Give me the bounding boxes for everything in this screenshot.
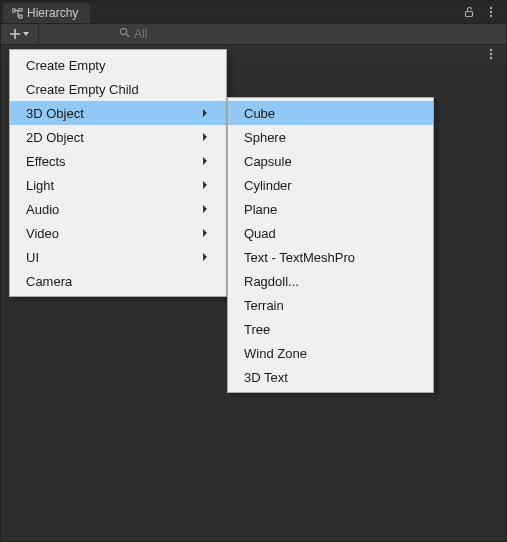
menu-item-label: Create Empty [26,58,105,73]
menu-item[interactable]: Capsule [228,149,433,173]
menu-item-label: Create Empty Child [26,82,139,97]
menu-item[interactable]: Ragdoll... [228,269,433,293]
tab-hierarchy[interactable]: Hierarchy [3,3,90,23]
tab-bar: Hierarchy [1,1,506,23]
menu-item-label: Tree [244,322,270,337]
menu-item-label: Video [26,226,59,241]
menu-item-label: Capsule [244,154,292,169]
tab-actions [462,1,506,23]
chevron-right-icon [202,180,208,190]
menu-item[interactable]: Quad [228,221,433,245]
menu-item[interactable]: UI [10,245,226,269]
menu-item-label: 3D Text [244,370,288,385]
menu-item[interactable]: Video [10,221,226,245]
menu-item[interactable]: Cylinder [228,173,433,197]
menu-item[interactable]: Text - TextMeshPro [228,245,433,269]
menu-item-label: Audio [26,202,59,217]
menu-item-label: Terrain [244,298,284,313]
svg-rect-0 [12,9,15,12]
menu-item-label: Cylinder [244,178,292,193]
svg-point-9 [490,53,492,55]
menu-item-label: Ragdoll... [244,274,299,289]
menu-item-label: 3D Object [26,106,84,121]
menu-item-label: Sphere [244,130,286,145]
chevron-right-icon [202,204,208,214]
menu-item-label: Quad [244,226,276,241]
create-dropdown[interactable] [1,23,39,45]
scene-menu-icon[interactable] [484,47,498,61]
menu-item[interactable]: Tree [228,317,433,341]
svg-point-8 [490,49,492,51]
svg-rect-2 [19,15,22,18]
create-context-menu: Create EmptyCreate Empty Child3D Object2… [9,49,227,297]
menu-item[interactable]: Cube [228,101,433,125]
chevron-right-icon [202,252,208,262]
toolbar [1,23,506,45]
svg-point-7 [120,28,126,34]
menu-item[interactable]: Create Empty [10,53,226,77]
lock-icon[interactable] [462,5,476,19]
menu-item-label: Camera [26,274,72,289]
chevron-right-icon [202,156,208,166]
menu-item-label: UI [26,250,39,265]
menu-item[interactable]: Create Empty Child [10,77,226,101]
svg-rect-1 [19,8,22,11]
menu-item[interactable]: Plane [228,197,433,221]
menu-item[interactable]: 3D Object [10,101,226,125]
tab-label: Hierarchy [27,6,78,20]
menu-item[interactable]: 3D Text [228,365,433,389]
menu-item[interactable]: Camera [10,269,226,293]
menu-item-label: Text - TextMeshPro [244,250,355,265]
menu-item[interactable]: Audio [10,197,226,221]
panel-menu-icon[interactable] [484,5,498,19]
hierarchy-icon [11,7,23,19]
menu-item[interactable]: Light [10,173,226,197]
search-icon [119,27,130,41]
menu-item[interactable]: 2D Object [10,125,226,149]
chevron-right-icon [202,228,208,238]
3d-object-submenu: CubeSphereCapsuleCylinderPlaneQuadText -… [227,97,434,393]
chevron-right-icon [202,108,208,118]
menu-item[interactable]: Sphere [228,125,433,149]
menu-item[interactable]: Terrain [228,293,433,317]
chevron-right-icon [202,132,208,142]
svg-point-6 [490,15,492,17]
menu-item[interactable]: Wind Zone [228,341,433,365]
svg-rect-3 [466,12,473,17]
menu-item-label: Wind Zone [244,346,307,361]
menu-item-label: Light [26,178,54,193]
menu-item-label: Cube [244,106,275,121]
menu-item[interactable]: Effects [10,149,226,173]
search-field[interactable] [119,27,334,41]
menu-item-label: 2D Object [26,130,84,145]
menu-item-label: Plane [244,202,277,217]
search-input[interactable] [134,27,334,41]
svg-point-10 [490,57,492,59]
svg-point-5 [490,11,492,13]
menu-item-label: Effects [26,154,66,169]
svg-point-4 [490,7,492,9]
